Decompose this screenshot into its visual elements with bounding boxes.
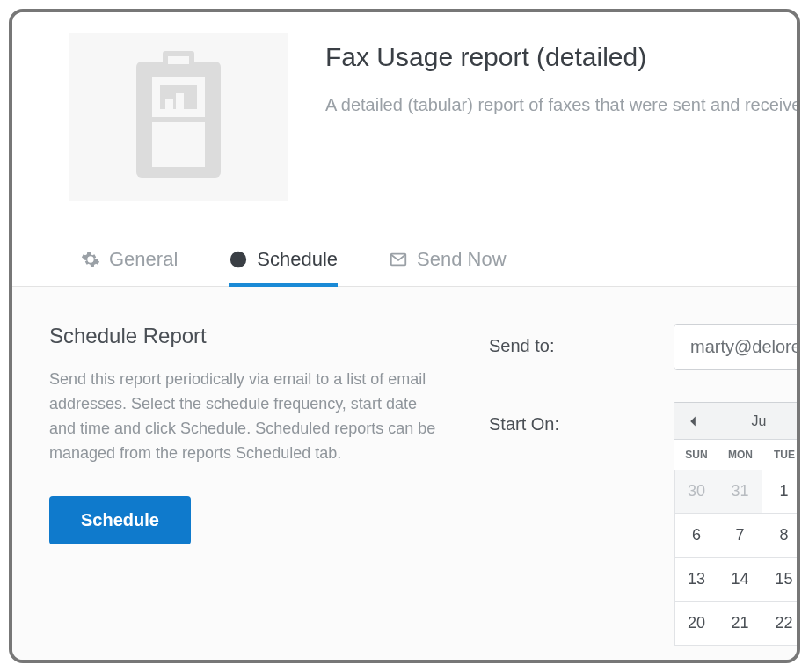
clipboard-icon (126, 51, 231, 183)
chevron-left-icon (687, 415, 699, 427)
svg-rect-7 (152, 122, 205, 167)
schedule-button[interactable]: Schedule (49, 496, 191, 544)
report-dialog: Fax Usage report (detailed) A detailed (… (9, 9, 800, 663)
clock-icon (229, 250, 248, 269)
tab-schedule[interactable]: Schedule (229, 248, 338, 287)
calendar-day[interactable]: 8 (762, 514, 800, 558)
tab-schedule-label: Schedule (257, 248, 338, 271)
start-on-row: Start On: Ju SUNMONTUE303116781314152021… (489, 402, 800, 646)
calendar-day[interactable]: 7 (718, 514, 762, 558)
tab-general[interactable]: General (81, 248, 178, 287)
report-tabs: General Schedule Send Now (12, 201, 797, 287)
report-title-block: Fax Usage report (detailed) A detailed (… (288, 33, 800, 201)
report-header: Fax Usage report (detailed) A detailed (… (12, 12, 797, 201)
calendar-day[interactable]: 22 (762, 602, 800, 646)
tab-general-label: General (109, 248, 178, 271)
calendar: Ju SUNMONTUE30311678131415202122 (674, 402, 800, 646)
svg-rect-2 (168, 56, 189, 64)
calendar-grid: SUNMONTUE30311678131415202122 (674, 440, 800, 646)
calendar-month-label: Ju (711, 413, 800, 429)
calendar-day[interactable]: 13 (674, 558, 718, 602)
schedule-panel: Schedule Report Send this report periodi… (12, 287, 797, 663)
report-description: A detailed (tabular) report of faxes tha… (325, 95, 800, 115)
calendar-day[interactable]: 21 (718, 602, 762, 646)
schedule-info: Schedule Report Send this report periodi… (49, 324, 463, 663)
calendar-header: Ju (674, 403, 800, 440)
report-thumbnail (69, 33, 288, 201)
svg-rect-6 (165, 99, 173, 109)
send-to-input[interactable] (674, 324, 800, 370)
send-to-row: Send to: (489, 324, 800, 370)
calendar-dow: SUN (674, 440, 718, 470)
calendar-day[interactable]: 1 (762, 470, 800, 514)
calendar-dow: MON (718, 440, 762, 470)
tab-send-now-label: Send Now (417, 248, 507, 271)
envelope-icon (389, 250, 408, 269)
calendar-day[interactable]: 31 (718, 470, 762, 514)
tab-send-now[interactable]: Send Now (389, 248, 507, 287)
calendar-day[interactable]: 6 (674, 514, 718, 558)
calendar-day[interactable]: 30 (674, 470, 718, 514)
calendar-day[interactable]: 15 (762, 558, 800, 602)
report-title: Fax Usage report (detailed) (325, 42, 800, 72)
calendar-day[interactable]: 20 (674, 602, 718, 646)
calendar-day[interactable]: 14 (718, 558, 762, 602)
start-on-label: Start On: (489, 402, 674, 435)
calendar-prev-button[interactable] (674, 415, 711, 427)
send-to-label: Send to: (489, 324, 674, 356)
schedule-heading: Schedule Report (49, 324, 463, 348)
gear-icon (81, 250, 100, 269)
schedule-description: Send this report periodically via email … (49, 368, 436, 466)
calendar-dow: TUE (762, 440, 800, 470)
svg-rect-5 (176, 93, 184, 109)
schedule-form: Send to: Start On: Ju SUNMONTUE303116781… (463, 324, 800, 663)
